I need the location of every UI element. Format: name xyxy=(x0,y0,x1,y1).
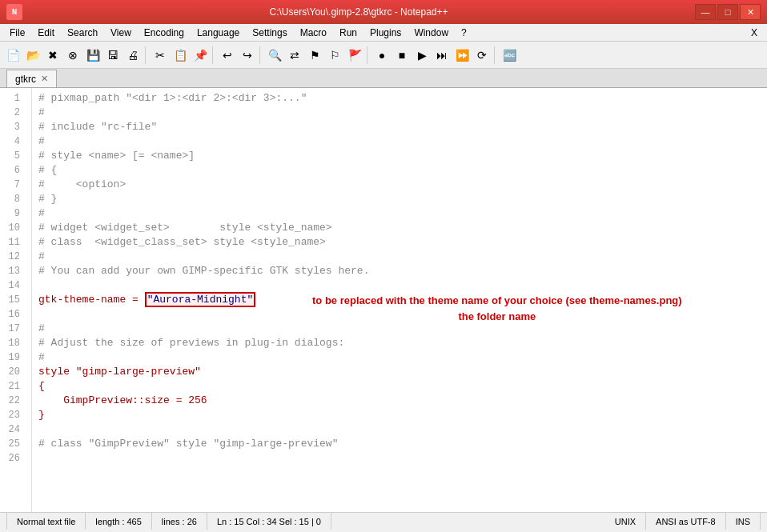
code-line: gtk-theme-name = "Aurora-Midnight" xyxy=(38,293,767,307)
code-line: } xyxy=(38,408,767,422)
toolbar-cut[interactable]: ✂ xyxy=(151,46,170,65)
code-line: # class "GimpPreview" style "gimp-large-… xyxy=(38,437,767,451)
minimize-button[interactable]: — xyxy=(695,4,716,20)
menu-window[interactable]: Window xyxy=(408,26,455,40)
menu-help[interactable]: ? xyxy=(455,26,473,40)
toolbar-saveall[interactable]: 🖫 xyxy=(103,46,122,65)
line-number: 16 xyxy=(0,307,25,322)
toolbar-syntax[interactable]: 🔤 xyxy=(500,46,519,65)
toolbar-sep-2 xyxy=(212,46,215,64)
line-numbers: 1234567891011121314151617181920212223242… xyxy=(0,88,32,512)
line-number: 15 xyxy=(0,293,25,307)
toolbar-macro5[interactable]: ⏩ xyxy=(452,46,472,65)
line-number: 23 xyxy=(0,408,25,422)
app-icon: N xyxy=(6,4,22,20)
maximize-button[interactable]: □ xyxy=(717,4,738,20)
code-line: # xyxy=(38,350,767,365)
line-number: 21 xyxy=(0,379,25,394)
toolbar-undo[interactable]: ↩ xyxy=(218,46,237,65)
menu-encoding[interactable]: Encoding xyxy=(138,26,191,40)
toolbar-redo[interactable]: ↪ xyxy=(238,46,257,65)
toolbar-open[interactable]: 📂 xyxy=(23,46,42,65)
menu-close-label[interactable]: X xyxy=(751,27,764,38)
code-line: # xyxy=(38,206,767,221)
toolbar-mark[interactable]: ⚑ xyxy=(305,46,324,65)
line-number: 18 xyxy=(0,336,25,350)
code-line: # You can add your own GIMP-specific GTK… xyxy=(38,264,767,278)
code-line xyxy=(38,307,767,322)
line-number: 20 xyxy=(0,365,25,379)
toolbar-sep-3 xyxy=(259,46,263,64)
code-area[interactable]: # pixmap_path "<dir 1>:<dir 2>:<dir 3>:.… xyxy=(32,88,767,512)
toolbar: 📄 📂 ✖ ⊗ 💾 🖫 🖨 ✂ 📋 📌 ↩ ↪ 🔍 ⇄ ⚑ ⚐ 🚩 ● ■ ▶ … xyxy=(0,42,767,69)
toolbar-paste[interactable]: 📌 xyxy=(191,46,210,65)
menu-run[interactable]: Run xyxy=(333,26,363,40)
toolbar-copy[interactable]: 📋 xyxy=(171,46,190,65)
editor: 1234567891011121314151617181920212223242… xyxy=(0,88,767,512)
menu-search[interactable]: Search xyxy=(61,26,104,40)
code-line: # include "rc-file" xyxy=(38,120,767,134)
line-number: 17 xyxy=(0,322,25,336)
toolbar-sep-1 xyxy=(145,46,148,64)
menu-edit[interactable]: Edit xyxy=(31,26,61,40)
code-line: # { xyxy=(38,163,767,178)
tab-close-icon[interactable]: ✕ xyxy=(41,74,48,84)
code-line: # style <name> [= <name>] xyxy=(38,149,767,163)
toolbar-print[interactable]: 🖨 xyxy=(123,46,143,65)
code-line: # widget <widget_set> style <style_name> xyxy=(38,221,767,235)
line-number: 19 xyxy=(0,350,25,365)
code-line: { xyxy=(38,379,767,394)
line-number: 5 xyxy=(0,149,25,163)
line-number: 7 xyxy=(0,178,25,192)
line-number: 13 xyxy=(0,264,25,278)
tab-gtkrc[interactable]: gtkrc ✕ xyxy=(6,70,57,87)
status-position: Ln : 15 Col : 34 Sel : 15 | 0 xyxy=(207,513,331,530)
status-length: length : 465 xyxy=(86,513,152,530)
toolbar-closeall[interactable]: ⊗ xyxy=(63,46,82,65)
status-filetype: Normal text file xyxy=(6,513,86,530)
line-number: 2 xyxy=(0,106,25,120)
line-number: 10 xyxy=(0,221,25,235)
toolbar-macro1[interactable]: ● xyxy=(372,46,392,65)
menu-language[interactable]: Language xyxy=(191,26,246,40)
line-number: 25 xyxy=(0,437,25,451)
toolbar-macro3[interactable]: ▶ xyxy=(412,46,432,65)
toolbar-new[interactable]: 📄 xyxy=(3,46,22,65)
toolbar-macro6[interactable]: ⟳ xyxy=(472,46,492,65)
code-line: # xyxy=(38,134,767,149)
menu-view[interactable]: View xyxy=(104,26,138,40)
code-line: # xyxy=(38,250,767,264)
status-encoding: ANSI as UTF-8 xyxy=(646,513,726,530)
line-number: 26 xyxy=(0,451,25,466)
code-line: # pixmap_path "<dir 1>:<dir 2>:<dir 3>:.… xyxy=(38,91,767,106)
line-number: 12 xyxy=(0,250,25,264)
toolbar-unmark[interactable]: 🚩 xyxy=(345,46,364,65)
toolbar-macro4[interactable]: ⏭ xyxy=(432,46,452,65)
status-insertmode: INS xyxy=(726,513,761,530)
code-line: # Adjust the size of previews in plug-in… xyxy=(38,336,767,350)
line-number: 4 xyxy=(0,134,25,149)
status-bar: Normal text file length : 465 lines : 26… xyxy=(0,512,767,530)
line-number: 14 xyxy=(0,278,25,293)
status-lines: lines : 26 xyxy=(152,513,207,530)
line-number: 6 xyxy=(0,163,25,178)
code-line: # } xyxy=(38,192,767,206)
menu-settings[interactable]: Settings xyxy=(246,26,293,40)
menu-macro[interactable]: Macro xyxy=(294,26,333,40)
toolbar-zoom[interactable]: 🔍 xyxy=(265,46,284,65)
menu-file[interactable]: File xyxy=(3,26,31,40)
title-bar-text: C:\Users\You\.gimp-2.8\gtkrc - Notepad++ xyxy=(270,6,448,18)
line-number: 24 xyxy=(0,422,25,437)
title-bar: N C:\Users\You\.gimp-2.8\gtkrc - Notepad… xyxy=(0,0,767,24)
window-controls: — □ ✕ xyxy=(695,4,761,20)
toolbar-save[interactable]: 💾 xyxy=(83,46,102,65)
toolbar-markall[interactable]: ⚐ xyxy=(325,46,344,65)
line-number: 11 xyxy=(0,235,25,250)
line-number: 22 xyxy=(0,394,25,408)
toolbar-sep-5 xyxy=(494,46,497,64)
menu-plugins[interactable]: Plugins xyxy=(363,26,408,40)
toolbar-close[interactable]: ✖ xyxy=(43,46,62,65)
toolbar-findreplace[interactable]: ⇄ xyxy=(285,46,304,65)
close-button[interactable]: ✕ xyxy=(740,4,761,20)
toolbar-macro2[interactable]: ■ xyxy=(392,46,412,65)
